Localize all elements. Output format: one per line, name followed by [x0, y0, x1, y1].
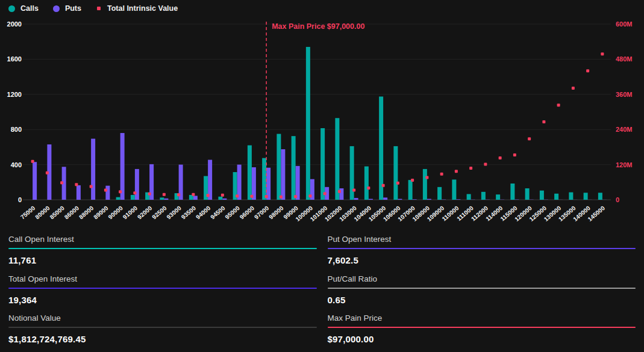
calls-bar[interactable]	[262, 158, 266, 200]
puts-bar[interactable]	[120, 133, 125, 200]
options-open-interest-chart[interactable]: 00400120M800240M1200360M1600480M2000600M…	[0, 0, 644, 230]
intrinsic-value-point[interactable]	[469, 167, 472, 170]
calls-bar[interactable]	[525, 188, 530, 200]
calls-bar[interactable]	[248, 145, 252, 200]
intrinsic-value-point[interactable]	[60, 181, 63, 184]
intrinsic-value-point[interactable]	[280, 196, 283, 199]
right-axis-tick-label: 600M	[616, 20, 633, 28]
calls-bar[interactable]	[540, 191, 544, 200]
calls-bar[interactable]	[335, 118, 339, 200]
intrinsic-value-point[interactable]	[133, 191, 136, 194]
calls-bar[interactable]	[584, 193, 588, 200]
puts-bar[interactable]	[354, 198, 358, 200]
calls-bar[interactable]	[598, 193, 602, 200]
calls-bar[interactable]	[496, 194, 500, 200]
calls-bar[interactable]	[408, 180, 413, 200]
intrinsic-value-point[interactable]	[104, 188, 107, 191]
puts-bar[interactable]	[105, 186, 110, 200]
stat-label: Notional Value	[8, 313, 317, 325]
calls-bar[interactable]	[160, 197, 164, 200]
intrinsic-value-point[interactable]	[148, 193, 151, 196]
intrinsic-value-point[interactable]	[192, 193, 195, 196]
intrinsic-value-point[interactable]	[324, 192, 327, 195]
intrinsic-value-point[interactable]	[367, 187, 370, 190]
intrinsic-value-point[interactable]	[528, 137, 531, 140]
calls-bar[interactable]	[116, 197, 120, 200]
intrinsic-value-point[interactable]	[455, 170, 458, 173]
intrinsic-value-point[interactable]	[601, 52, 604, 55]
puts-bar[interactable]	[369, 199, 373, 200]
intrinsic-value-point[interactable]	[484, 163, 487, 166]
puts-bar[interactable]	[193, 196, 198, 200]
intrinsic-value-point[interactable]	[236, 194, 239, 197]
stat-label: Call Open Interest	[8, 235, 317, 246]
calls-bar[interactable]	[510, 184, 514, 200]
calls-bar[interactable]	[554, 194, 558, 200]
calls-bar[interactable]	[218, 197, 222, 200]
intrinsic-value-point[interactable]	[163, 193, 166, 196]
intrinsic-value-point[interactable]	[250, 195, 253, 198]
calls-bar[interactable]	[437, 187, 442, 200]
puts-bar[interactable]	[427, 199, 431, 200]
left-axis-tick-label: 2000	[7, 20, 22, 28]
intrinsic-value-point[interactable]	[31, 160, 34, 163]
intrinsic-value-point[interactable]	[572, 87, 575, 90]
x-axis-tick-label: 90000	[107, 205, 125, 221]
intrinsic-value-point[interactable]	[75, 183, 78, 186]
puts-bar[interactable]	[208, 160, 212, 200]
puts-bar[interactable]	[383, 197, 387, 200]
puts-bar[interactable]	[91, 139, 95, 200]
x-axis-tick-label: 86000	[63, 205, 81, 221]
intrinsic-value-point[interactable]	[90, 185, 93, 188]
intrinsic-value-point[interactable]	[382, 184, 385, 187]
puts-bar[interactable]	[296, 166, 300, 200]
calls-bar[interactable]	[292, 136, 296, 200]
calls-bar[interactable]	[423, 169, 427, 200]
puts-bar[interactable]	[33, 162, 37, 200]
stat-max-pain-price: Max Pain Price $97,000.00	[328, 310, 636, 350]
intrinsic-value-point[interactable]	[221, 194, 224, 197]
intrinsic-value-point[interactable]	[207, 194, 210, 197]
intrinsic-value-point[interactable]	[586, 69, 589, 72]
calls-bar[interactable]	[306, 47, 310, 200]
x-axis-tick-label: 93000	[166, 205, 183, 221]
intrinsic-value-point[interactable]	[440, 173, 443, 176]
calls-bar[interactable]	[569, 193, 573, 200]
puts-bar[interactable]	[413, 199, 417, 200]
calls-bar[interactable]	[481, 192, 486, 200]
puts-bar[interactable]	[339, 188, 343, 200]
intrinsic-value-point[interactable]	[513, 153, 516, 156]
puts-bar[interactable]	[77, 185, 81, 200]
puts-bar[interactable]	[164, 199, 168, 200]
calls-bar[interactable]	[131, 195, 135, 200]
intrinsic-value-point[interactable]	[46, 171, 49, 174]
calls-bar[interactable]	[350, 146, 354, 200]
intrinsic-value-point[interactable]	[119, 190, 122, 193]
calls-bar[interactable]	[277, 134, 281, 200]
puts-bar[interactable]	[281, 149, 285, 200]
stat-value: 7,602.5	[328, 255, 636, 265]
puts-bar[interactable]	[456, 199, 460, 200]
calls-bar[interactable]	[320, 128, 325, 200]
intrinsic-value-point[interactable]	[177, 193, 180, 196]
intrinsic-value-point[interactable]	[411, 179, 414, 182]
intrinsic-value-point[interactable]	[338, 190, 341, 193]
calls-bar[interactable]	[467, 194, 471, 200]
intrinsic-value-point[interactable]	[557, 103, 560, 107]
calls-bar[interactable]	[393, 146, 398, 200]
intrinsic-value-point[interactable]	[499, 156, 502, 159]
puts-bar[interactable]	[222, 199, 227, 200]
intrinsic-value-point[interactable]	[396, 182, 399, 185]
intrinsic-value-point[interactable]	[352, 188, 355, 191]
puts-bar[interactable]	[135, 169, 139, 200]
calls-bar[interactable]	[364, 167, 369, 200]
intrinsic-value-point[interactable]	[294, 195, 297, 198]
stat-accent-line	[8, 327, 317, 328]
intrinsic-value-point[interactable]	[542, 120, 545, 123]
stat-value: $1,812,724,769.45	[8, 334, 317, 344]
intrinsic-value-point[interactable]	[425, 176, 428, 179]
calls-bar[interactable]	[452, 179, 456, 200]
puts-bar[interactable]	[266, 168, 270, 200]
puts-bar[interactable]	[398, 199, 402, 200]
intrinsic-value-point[interactable]	[308, 194, 311, 197]
